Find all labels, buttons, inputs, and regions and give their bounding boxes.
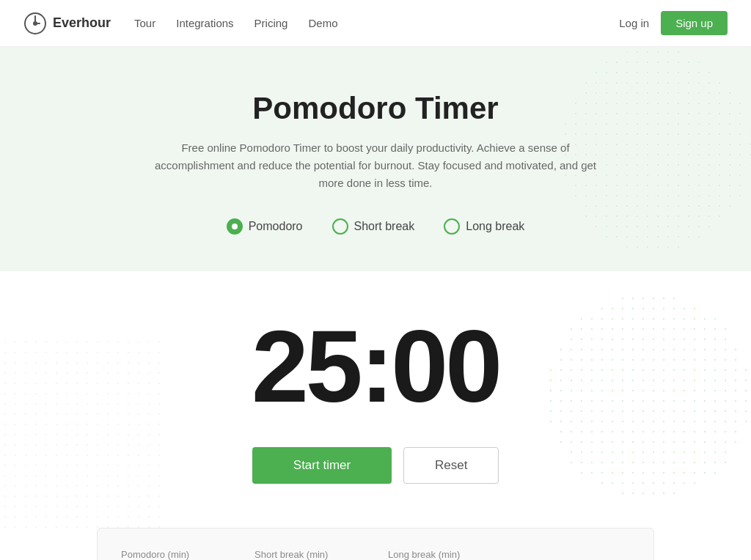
radio-short-break-circle [332,218,348,235]
navbar: Everhour Tour Integrations Pricing Demo … [0,0,751,47]
nav-pricing[interactable]: Pricing [254,17,288,29]
mode-short-break-label: Short break [354,220,415,233]
mode-long-break[interactable]: Long break [444,218,524,235]
timer-display: 25:00 [15,315,736,418]
mode-long-break-label: Long break [466,220,524,233]
start-timer-button[interactable]: Start timer [252,447,392,484]
nav-links: Tour Integrations Pricing Demo [134,17,619,29]
timer-section: 25:00 Start timer Reset [0,271,751,528]
radio-long-break-circle [444,218,460,235]
radio-dot [232,224,238,229]
brand-name: Everhour [53,15,111,31]
long-break-field: Long break (min) [388,549,498,560]
mode-short-break[interactable]: Short break [332,218,415,235]
nav-actions: Log in Sign up [619,11,728,35]
hero-section: Pomodoro Timer Free online Pomodoro Time… [0,47,751,271]
hero-dots-decoration [560,47,751,252]
settings-panel: Pomodoro (min) Short break (min) Long br… [97,528,654,560]
radio-pomodoro-circle [227,218,243,235]
login-button[interactable]: Log in [619,17,649,29]
signup-button[interactable]: Sign up [661,11,728,35]
nav-tour[interactable]: Tour [134,17,155,29]
nav-integrations[interactable]: Integrations [176,17,233,29]
settings-wrapper: Pomodoro (min) Short break (min) Long br… [0,528,751,560]
reset-timer-button[interactable]: Reset [403,447,499,484]
timer-buttons: Start timer Reset [15,447,736,484]
nav-demo[interactable]: Demo [308,17,337,29]
settings-row: Pomodoro (min) Short break (min) Long br… [121,549,630,560]
long-break-label: Long break (min) [388,549,498,560]
mode-pomodoro[interactable]: Pomodoro [227,218,303,235]
short-break-label: Short break (min) [254,549,364,560]
pomodoro-field: Pomodoro (min) [121,549,231,560]
brand-logo[interactable]: Everhour [23,12,111,35]
hero-description: Free online Pomodoro Timer to boost your… [141,139,610,192]
mode-pomodoro-label: Pomodoro [249,220,303,233]
logo-icon [23,12,47,35]
pomodoro-label: Pomodoro (min) [121,549,231,560]
short-break-field: Short break (min) [254,549,364,560]
